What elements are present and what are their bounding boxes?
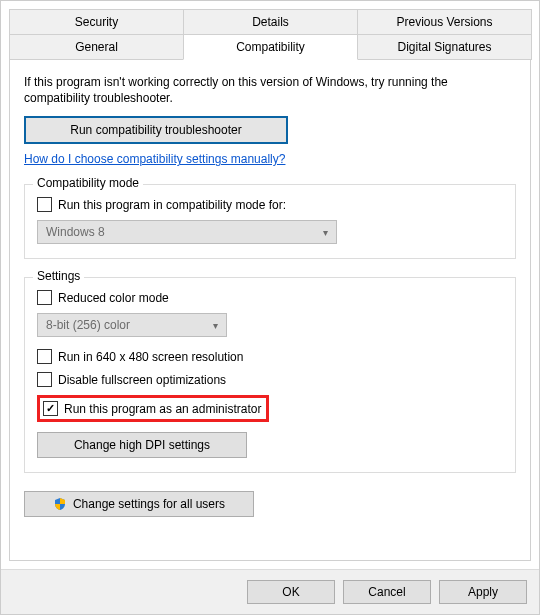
reduced-color-label: Reduced color mode bbox=[58, 291, 169, 305]
tab-content: If this program isn't working correctly … bbox=[9, 59, 531, 561]
run-as-admin-checkbox[interactable] bbox=[43, 401, 58, 416]
tab-details[interactable]: Details bbox=[183, 9, 358, 34]
color-mode-select: 8-bit (256) color ▾ bbox=[37, 313, 227, 337]
color-mode-select-value: 8-bit (256) color bbox=[46, 318, 130, 332]
change-dpi-button[interactable]: Change high DPI settings bbox=[37, 432, 247, 458]
reduced-color-row: Reduced color mode bbox=[37, 290, 503, 305]
tab-row-2: General Compatibility Digital Signatures bbox=[9, 34, 531, 60]
change-all-users-button[interactable]: Change settings for all users bbox=[24, 491, 254, 517]
run-as-admin-highlight: Run this program as an administrator bbox=[37, 395, 269, 422]
properties-dialog: Security Details Previous Versions Gener… bbox=[0, 0, 540, 615]
chevron-down-icon: ▾ bbox=[323, 227, 328, 238]
tab-general[interactable]: General bbox=[9, 34, 184, 60]
tab-digital-signatures[interactable]: Digital Signatures bbox=[357, 34, 532, 60]
disable-fullscreen-row: Disable fullscreen optimizations bbox=[37, 372, 503, 387]
run-as-admin-label: Run this program as an administrator bbox=[64, 402, 261, 416]
dialog-footer: OK Cancel Apply bbox=[1, 569, 539, 614]
disable-fullscreen-label: Disable fullscreen optimizations bbox=[58, 373, 226, 387]
compat-mode-checkbox-label: Run this program in compatibility mode f… bbox=[58, 198, 286, 212]
help-link[interactable]: How do I choose compatibility settings m… bbox=[24, 152, 516, 166]
run-640-checkbox[interactable] bbox=[37, 349, 52, 364]
run-troubleshooter-button[interactable]: Run compatibility troubleshooter bbox=[24, 116, 288, 144]
compatibility-mode-group: Compatibility mode Run this program in c… bbox=[24, 184, 516, 259]
compat-mode-select-value: Windows 8 bbox=[46, 225, 105, 239]
run-640-row: Run in 640 x 480 screen resolution bbox=[37, 349, 503, 364]
chevron-down-icon: ▾ bbox=[213, 320, 218, 331]
settings-group: Settings Reduced color mode 8-bit (256) … bbox=[24, 277, 516, 473]
disable-fullscreen-checkbox[interactable] bbox=[37, 372, 52, 387]
tabs-container: Security Details Previous Versions Gener… bbox=[1, 1, 539, 60]
reduced-color-checkbox[interactable] bbox=[37, 290, 52, 305]
apply-button[interactable]: Apply bbox=[439, 580, 527, 604]
intro-text: If this program isn't working correctly … bbox=[24, 74, 516, 106]
compat-mode-select: Windows 8 ▾ bbox=[37, 220, 337, 244]
tab-previous-versions[interactable]: Previous Versions bbox=[357, 9, 532, 34]
change-all-users-label: Change settings for all users bbox=[73, 497, 225, 511]
compat-mode-legend: Compatibility mode bbox=[33, 176, 143, 190]
ok-button[interactable]: OK bbox=[247, 580, 335, 604]
run-640-label: Run in 640 x 480 screen resolution bbox=[58, 350, 243, 364]
tab-security[interactable]: Security bbox=[9, 9, 184, 34]
shield-icon bbox=[53, 497, 67, 511]
compat-mode-checkbox[interactable] bbox=[37, 197, 52, 212]
cancel-button[interactable]: Cancel bbox=[343, 580, 431, 604]
tab-compatibility[interactable]: Compatibility bbox=[183, 34, 358, 60]
settings-legend: Settings bbox=[33, 269, 84, 283]
tab-row-1: Security Details Previous Versions bbox=[9, 9, 531, 34]
compat-mode-checkbox-row: Run this program in compatibility mode f… bbox=[37, 197, 503, 212]
